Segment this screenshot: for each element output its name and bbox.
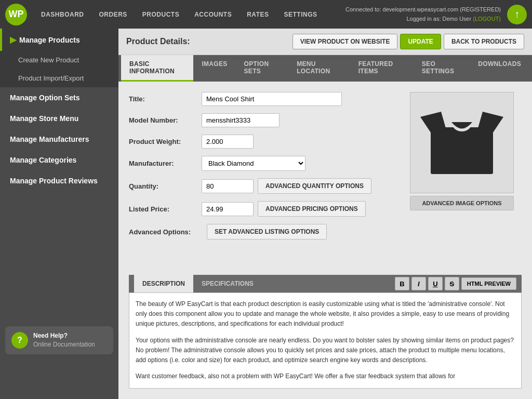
- status-text: (REGISTERED): [460, 6, 501, 12]
- description-text-area[interactable]: The beauty of WP EasyCart is that each p…: [129, 292, 522, 389]
- weight-input[interactable]: [202, 135, 254, 149]
- title-label: Title:: [129, 95, 202, 103]
- price-row: Listed Price: ADVANCED PRICING OPTIONS: [129, 201, 400, 217]
- strikethrough-btn[interactable]: S: [445, 277, 459, 290]
- advanced-listing-btn[interactable]: SET ADVANCED LISTING OPTIONS: [207, 224, 327, 240]
- main-content: Product Details: VIEW PRODUCT ON WEBSITE…: [118, 29, 532, 399]
- manufacturer-row: Manufacturer: Black Diamond: [129, 156, 400, 171]
- sidebar-item-manage-manufacturers[interactable]: Manage Manufacturers: [0, 129, 118, 150]
- price-label: Listed Price:: [129, 205, 202, 213]
- advanced-options-label: Advanced Options:: [129, 228, 202, 236]
- bold-btn[interactable]: B: [395, 277, 409, 290]
- logged-in-text: Logged in as: Demo User: [406, 16, 471, 22]
- product-tabs: BASIC INFORMATION IMAGES OPTION SETS MEN…: [118, 55, 532, 82]
- sidebar-product-import-export[interactable]: Product Import/Export: [0, 69, 118, 87]
- quantity-input[interactable]: [202, 179, 254, 193]
- top-nav: WP DASHBOARD ORDERS PRODUCTS ACCOUNTS RA…: [0, 0, 532, 29]
- form-left: Title: Model Number: Product Weight: Man…: [129, 92, 400, 264]
- nav-rates[interactable]: RATES: [241, 7, 275, 22]
- nav-settings[interactable]: SETTINGS: [277, 7, 323, 22]
- tab-description[interactable]: DESCRIPTION: [134, 275, 193, 292]
- manufacturer-select[interactable]: Black Diamond: [202, 156, 305, 171]
- model-row: Model Number:: [129, 113, 400, 127]
- logout-text[interactable]: (LOGOUT): [473, 16, 501, 22]
- quantity-row: Quantity: ADVANCED QUANTITY OPTIONS: [129, 178, 400, 194]
- nav-items: DASHBOARD ORDERS PRODUCTS ACCOUNTS RATES…: [35, 7, 345, 22]
- update-btn[interactable]: UPDATE: [400, 34, 441, 49]
- desc-para-2: Your options with the administrative con…: [136, 336, 515, 366]
- view-product-btn[interactable]: VIEW PRODUCT ON WEBSITE: [292, 34, 398, 49]
- main-layout: ▶ Manage Products Create New Product Pro…: [0, 29, 532, 399]
- form-area: Title: Model Number: Product Weight: Man…: [118, 82, 532, 275]
- product-header: Product Details: VIEW PRODUCT ON WEBSITE…: [118, 29, 532, 55]
- tab-specifications[interactable]: SPECIFICATIONS: [193, 275, 262, 292]
- italic-btn[interactable]: I: [411, 277, 426, 290]
- sidebar-item-manage-option-sets[interactable]: Manage Option Sets: [0, 87, 118, 108]
- product-details-title: Product Details:: [126, 37, 290, 46]
- title-row: Title:: [129, 92, 400, 106]
- tab-featured-items[interactable]: FEATURED ITEMS: [350, 55, 414, 82]
- connection-info: Connected to: development.wpeasycart.com…: [345, 5, 501, 23]
- sidebar-sub-products: Create New Product Product Import/Export: [0, 51, 118, 87]
- product-image-box: [410, 92, 514, 193]
- desc-para-3: Want customer feedback, also not a probl…: [136, 371, 515, 381]
- tab-basic-information[interactable]: BASIC INFORMATION: [121, 55, 193, 82]
- title-input[interactable]: [202, 92, 342, 106]
- description-area: DESCRIPTION SPECIFICATIONS B I U S HTML …: [118, 275, 532, 399]
- manufacturer-label: Manufacturer:: [129, 159, 202, 167]
- nav-products[interactable]: PRODUCTS: [136, 7, 185, 22]
- sidebar-item-manage-product-reviews[interactable]: Manage Product Reviews: [0, 170, 118, 191]
- sidebar-item-manage-store-menu[interactable]: Manage Store Menu: [0, 108, 118, 129]
- model-label: Model Number:: [129, 116, 202, 124]
- weight-label: Product Weight:: [129, 138, 202, 145]
- advanced-quantity-btn[interactable]: ADVANCED QUANTITY OPTIONS: [258, 178, 371, 194]
- description-tabs: DESCRIPTION SPECIFICATIONS: [134, 275, 262, 292]
- product-image-svg: [420, 101, 503, 184]
- quantity-label: Quantity:: [129, 182, 202, 190]
- desc-para-1: The beauty of WP EasyCart is that each p…: [136, 299, 515, 329]
- tab-downloads[interactable]: DOWNLOADS: [470, 55, 529, 82]
- sidebar-create-new-product[interactable]: Create New Product: [0, 51, 118, 69]
- svg-marker-4: [431, 130, 446, 135]
- sidebar-item-manage-products[interactable]: ▶ Manage Products: [0, 29, 118, 51]
- model-input[interactable]: [202, 113, 280, 127]
- logo[interactable]: WP: [5, 4, 27, 25]
- back-to-products-btn[interactable]: BACK TO PRODUCTS: [444, 34, 524, 49]
- tab-seo-settings[interactable]: SEO SETTINGS: [414, 55, 470, 82]
- html-preview-btn[interactable]: HTML PREVIEW: [461, 277, 516, 290]
- nav-accounts[interactable]: ACCOUNTS: [188, 7, 238, 22]
- svg-marker-5: [477, 130, 493, 135]
- help-text: Need Help? Online Documentation: [33, 331, 95, 349]
- product-image-area: ADVANCED IMAGE OPTIONS: [410, 92, 522, 264]
- price-input[interactable]: [202, 202, 254, 216]
- help-box[interactable]: ? Need Help? Online Documentation: [5, 326, 113, 354]
- editor-tools: B I U S HTML PREVIEW: [395, 277, 516, 290]
- advanced-options-row: Advanced Options: SET ADVANCED LISTING O…: [129, 224, 400, 240]
- sidebar-item-manage-categories[interactable]: Manage Categories: [0, 150, 118, 170]
- connected-to-text: Connected to: development.wpeasycart.com: [345, 6, 458, 12]
- description-tabs-row: DESCRIPTION SPECIFICATIONS B I U S HTML …: [129, 275, 522, 292]
- nav-orders[interactable]: ORDERS: [93, 7, 134, 22]
- underline-btn[interactable]: U: [428, 277, 443, 290]
- sidebar: ▶ Manage Products Create New Product Pro…: [0, 29, 118, 399]
- tab-images[interactable]: IMAGES: [193, 55, 235, 82]
- arrow-icon: ▶: [10, 35, 16, 45]
- nav-dashboard[interactable]: DASHBOARD: [35, 7, 90, 22]
- tab-menu-location[interactable]: MENU LOCATION: [288, 55, 350, 82]
- user-icon[interactable]: ↑: [507, 5, 527, 24]
- advanced-image-options-btn[interactable]: ADVANCED IMAGE OPTIONS: [410, 196, 514, 210]
- advanced-pricing-btn[interactable]: ADVANCED PRICING OPTIONS: [258, 201, 366, 217]
- tab-option-sets[interactable]: OPTION SETS: [236, 55, 289, 82]
- weight-row: Product Weight:: [129, 135, 400, 149]
- help-icon: ?: [11, 332, 28, 349]
